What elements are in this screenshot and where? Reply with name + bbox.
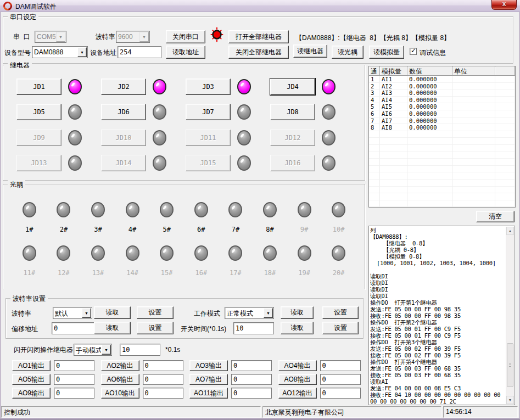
analog-col-header[interactable]: 单位 [452, 66, 495, 76]
workmode-select[interactable]: 正常模式 ▼ [225, 307, 274, 319]
relay-button-jd9[interactable]: JD9 [16, 130, 61, 146]
table-row[interactable] [369, 187, 515, 194]
scrollbar-thumb[interactable] [507, 343, 513, 387]
read-addr-button[interactable]: 读取地址 [166, 46, 205, 59]
ao-output-input[interactable] [320, 374, 361, 385]
offset-read-button[interactable]: 读取 [94, 322, 131, 334]
ao-output-button[interactable]: AO1输出 [12, 360, 51, 371]
ao-output-input[interactable] [54, 374, 94, 385]
flash-time-input[interactable] [120, 344, 160, 356]
table-row[interactable]: 1AI10.000000 [369, 76, 515, 83]
read-analog-button[interactable]: 读模拟量 [369, 46, 404, 59]
open-all-relays-button[interactable]: 打开全部继电器 [228, 30, 289, 43]
close-all-relays-button[interactable]: 关闭全部继电器 [228, 46, 289, 59]
scroll-up-icon[interactable]: ▲ [506, 227, 514, 235]
switch-time-set-button[interactable]: 设置 [322, 322, 359, 334]
close-button[interactable]: x [491, 0, 517, 10]
relay-button-jd6[interactable]: JD6 [101, 104, 146, 120]
scroll-down-icon[interactable]: ▼ [506, 396, 514, 404]
relay-button-jd1[interactable]: JD1 [16, 79, 61, 95]
table-row[interactable] [369, 166, 515, 173]
table-row[interactable] [369, 152, 515, 159]
table-row[interactable] [369, 172, 515, 180]
relay-button-jd12[interactable]: JD12 [270, 130, 315, 146]
offset-set-button[interactable]: 设置 [137, 322, 174, 334]
baudrate-select[interactable]: 9600 ▼ [116, 31, 150, 43]
flash-operate-label: 闪开闪闭操作继电器 [14, 345, 73, 355]
close-port-button[interactable]: 关闭串口 [166, 30, 205, 43]
relay-button-jd4[interactable]: JD4 [270, 79, 315, 95]
workmode-set-button[interactable]: 设置 [322, 306, 359, 319]
analog-col-header[interactable]: 通 [369, 66, 380, 76]
device-model-select[interactable]: DAM0888 ▼ [32, 46, 88, 58]
ao-output-button[interactable]: AO2输出 [101, 360, 139, 371]
clear-button[interactable]: 清空 [476, 211, 515, 222]
baudrate-setting-select[interactable]: 默认 ▼ [53, 307, 92, 319]
ao-output-button[interactable]: AO12输出 [278, 388, 317, 399]
relay-button-jd5[interactable]: JD5 [16, 104, 61, 120]
table-row[interactable] [369, 200, 515, 208]
table-row[interactable] [369, 145, 515, 152]
table-row[interactable] [369, 180, 515, 187]
ao-output-button[interactable]: AO9输出 [12, 388, 51, 399]
ao-output-button[interactable]: AO11输出 [189, 388, 228, 399]
ao-output-input[interactable] [231, 374, 272, 385]
workmode-read-button[interactable]: 读取 [281, 306, 314, 319]
ao-output-input[interactable] [143, 388, 183, 399]
ao-output-input[interactable] [143, 360, 183, 371]
relay-button-jd15[interactable]: JD15 [186, 155, 231, 171]
offset-addr-input[interactable] [52, 322, 98, 334]
table-row[interactable] [369, 131, 515, 138]
table-row[interactable]: 8AI80.000000 [369, 124, 515, 131]
ao-output-input[interactable] [231, 360, 272, 371]
relay-button-jd10[interactable]: JD10 [101, 130, 146, 146]
analog-col-header[interactable] [495, 66, 515, 76]
log-scrollbar[interactable]: ▲ ▼ [506, 227, 514, 404]
baudrate-read-button[interactable]: 读取 [94, 306, 131, 319]
relay-button-jd7[interactable]: JD7 [186, 104, 231, 120]
ao-output-input[interactable] [54, 388, 94, 399]
ao-output-button[interactable]: AO8输出 [278, 374, 317, 385]
ao-output-input[interactable] [143, 374, 183, 385]
table-row[interactable] [369, 193, 515, 200]
relay-cell: JD1 [16, 79, 101, 95]
relay-button-jd16[interactable]: JD16 [270, 155, 315, 171]
ao-output-button[interactable]: AO6输出 [101, 374, 139, 385]
ao-output-input[interactable] [320, 360, 361, 371]
ao-output-button[interactable]: AO7输出 [189, 374, 228, 385]
device-addr-input[interactable] [118, 46, 161, 58]
ao-output-input[interactable] [320, 388, 361, 399]
ao-output-input[interactable] [54, 360, 94, 371]
port-select[interactable]: COM5 ▼ [35, 31, 66, 43]
flash-mode-select[interactable]: 手动模式 ▼ [74, 344, 112, 356]
switch-time-read-button[interactable]: 读取 [281, 322, 314, 334]
relay-button-jd2[interactable]: JD2 [101, 79, 146, 95]
analog-col-header[interactable]: 模拟量 [380, 66, 407, 76]
log-panel[interactable]: 列 【DAM0888】: 【继电器 0-8】 【光耦 0-8】 【模拟量 0-8… [368, 226, 515, 405]
table-row[interactable]: 4AI40.000000 [369, 97, 515, 104]
table-row[interactable]: 7AI70.000000 [369, 117, 515, 125]
relay-button-jd13[interactable]: JD13 [16, 155, 61, 171]
table-row[interactable]: 6AI60.000000 [369, 110, 515, 117]
baudrate-set-button[interactable]: 设置 [137, 306, 174, 319]
table-row[interactable] [369, 159, 515, 166]
ao-output-button[interactable]: AO5输出 [12, 374, 51, 385]
relay-button-jd14[interactable]: JD14 [101, 155, 146, 171]
debug-info-checkbox[interactable] [410, 48, 417, 55]
table-row[interactable]: 2AI20.000000 [369, 83, 515, 90]
analog-col-header[interactable]: 数值 [407, 66, 452, 76]
relay-button-jd3[interactable]: JD3 [186, 79, 231, 95]
ao-output-button[interactable]: AO10输出 [101, 388, 139, 399]
table-row[interactable] [369, 138, 515, 145]
ao-output-button[interactable]: AO3输出 [189, 360, 228, 371]
table-row[interactable]: 3AI30.000000 [369, 89, 515, 97]
ao-output-button[interactable]: AO4输出 [278, 360, 317, 371]
ao-output-grid: AO1输出AO2输出AO3输出AO4输出AO5输出AO6输出AO7输出AO8输出… [12, 360, 367, 399]
read-opto-button[interactable]: 读光耦 [332, 46, 364, 59]
read-relays-button[interactable]: 读继电器 [293, 44, 327, 58]
ao-output-input[interactable] [231, 388, 272, 399]
relay-button-jd8[interactable]: JD8 [270, 104, 315, 120]
table-row[interactable]: 5AI50.000000 [369, 103, 515, 110]
switch-time-input[interactable] [233, 322, 274, 334]
relay-button-jd11[interactable]: JD11 [186, 130, 231, 146]
